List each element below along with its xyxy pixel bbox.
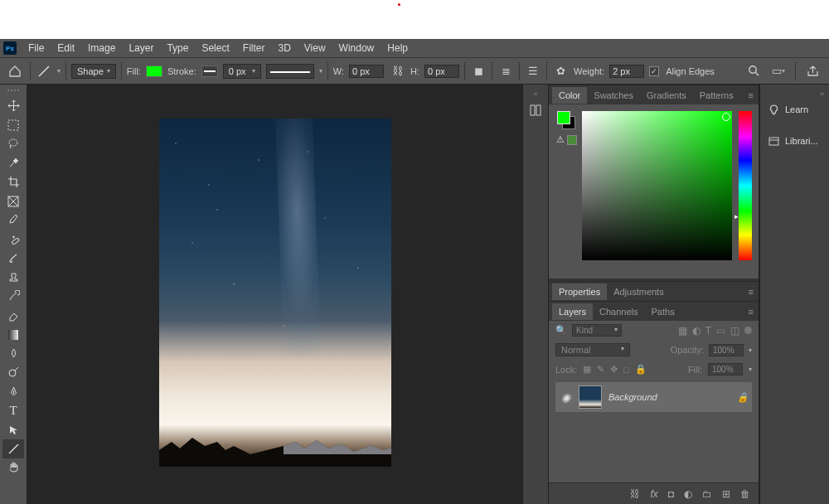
layer-fill-field[interactable]: 100% [708,363,743,376]
dock-collapse-icon[interactable]: « [533,90,537,96]
history-panel-icon[interactable] [525,99,546,121]
menu-image[interactable]: Image [81,42,122,54]
stroke-swatch[interactable] [201,65,218,77]
dodge-tool[interactable] [2,363,24,382]
hand-tool[interactable] [2,458,24,477]
gradient-tool[interactable] [2,325,24,344]
opacity-field[interactable]: 100% [709,344,744,356]
width-field[interactable]: 0 px [349,65,384,78]
document-canvas[interactable] [159,119,391,467]
panel-menu-icon[interactable]: ≡ [744,307,759,317]
tab-adjustments[interactable]: Adjustments [607,284,671,300]
path-operations-icon[interactable]: ◼ [470,63,487,80]
height-field[interactable]: 0 px [424,65,459,78]
stroke-style-chevron-icon[interactable]: ▾ [319,67,322,75]
line-tool-icon[interactable] [36,63,52,80]
layer-row-background[interactable]: ◉ Background 🔒 [555,382,752,412]
menu-view[interactable]: View [298,42,332,54]
mode-dropdown[interactable]: Shape▾ [71,64,116,79]
blur-tool[interactable] [2,344,24,363]
menu-window[interactable]: Window [332,42,381,54]
lasso-tool[interactable] [2,134,24,153]
filter-toggle[interactable] [744,327,752,334]
eyedropper-tool[interactable] [2,211,24,230]
canvas-area[interactable] [27,85,522,504]
gamut-color-swatch[interactable] [567,135,577,145]
menu-filter[interactable]: Filter [236,42,272,54]
filter-shape-icon[interactable]: ▭ [716,325,725,337]
path-arrange-icon[interactable]: ☰ [525,63,541,80]
menu-edit[interactable]: Edit [51,42,81,54]
stroke-style-dropdown[interactable] [266,64,314,79]
tab-patterns[interactable]: Patterns [693,87,740,104]
layer-thumbnail[interactable] [579,385,602,409]
type-tool[interactable]: T [2,401,24,420]
visibility-toggle-icon[interactable]: ◉ [559,391,572,404]
pen-tool[interactable] [2,382,24,401]
toolbar-grip[interactable] [3,90,23,93]
tab-properties[interactable]: Properties [552,284,607,300]
tab-channels[interactable]: Channels [593,303,644,320]
learn-panel-button[interactable]: Learn [760,98,829,121]
menu-layer[interactable]: Layer [122,42,160,54]
blend-mode-select[interactable]: Normal▾ [555,343,630,356]
move-tool[interactable] [2,96,24,115]
path-align-icon[interactable]: ≣ [497,63,514,80]
tab-paths[interactable]: Paths [645,303,681,320]
new-layer-icon[interactable]: ⊞ [722,488,730,500]
saturation-value-picker[interactable] [582,111,732,260]
link-wh-icon[interactable]: ⛓ [389,63,405,80]
gear-icon[interactable]: ✿ [552,63,569,80]
lock-icon[interactable]: 🔒 [737,392,749,403]
menu-file[interactable]: File [22,42,51,54]
filter-adjust-icon[interactable]: ◐ [692,325,701,337]
filter-smart-icon[interactable]: ◫ [730,325,739,337]
lock-pixels-icon[interactable]: ✎ [597,364,604,375]
layer-name[interactable]: Background [608,392,657,402]
weight-field[interactable]: 2 px [609,65,644,78]
filter-image-icon[interactable]: ▦ [678,325,687,337]
align-edges-checkbox[interactable]: ✓ [649,66,659,76]
tab-swatches[interactable]: Swatches [587,87,640,104]
lock-all-icon[interactable]: 🔒 [635,364,647,375]
delete-layer-icon[interactable]: 🗑 [740,488,750,500]
lock-artboard-icon[interactable]: □ [623,365,629,375]
workspace-switcher-icon[interactable]: ▭▾ [770,63,787,80]
menu-help[interactable]: Help [381,42,414,54]
link-layers-icon[interactable]: ⛓ [630,488,640,500]
mask-icon[interactable]: ◘ [668,488,674,500]
tool-preset-chevron-icon[interactable]: ▾ [57,67,61,75]
menu-select[interactable]: Select [195,42,235,54]
magic-wand-tool[interactable] [2,153,24,172]
share-icon[interactable] [804,63,821,80]
panel-menu-icon[interactable]: ≡ [744,287,759,297]
crop-tool[interactable] [2,172,24,191]
tab-color[interactable]: Color [552,87,587,104]
tab-gradients[interactable]: Gradients [640,87,693,104]
brush-tool[interactable] [2,249,24,268]
search-icon[interactable] [745,63,762,80]
tab-layers[interactable]: Layers [552,303,593,320]
menu-3d[interactable]: 3D [271,42,297,54]
home-icon[interactable] [5,61,25,81]
adjustment-layer-icon[interactable]: ◐ [684,488,692,500]
fill-swatch[interactable] [146,65,162,77]
healing-brush-tool[interactable] [2,230,24,249]
rightdock-collapse-icon[interactable]: » [760,90,829,98]
lock-position-icon[interactable]: ✥ [610,364,618,375]
fg-bg-swatches[interactable] [557,111,575,129]
foreground-swatch[interactable] [557,111,570,124]
filter-type-icon[interactable]: T [705,325,711,337]
layer-filter-kind[interactable]: Kind▾ [572,324,622,337]
history-brush-tool[interactable] [2,287,24,306]
gamut-warning-icon[interactable]: ⚠ [556,134,565,145]
path-select-tool[interactable] [2,420,24,439]
stroke-width-field[interactable]: 0 px▾ [223,64,261,79]
hue-slider[interactable]: ▸ [739,111,752,260]
libraries-panel-button[interactable]: Librari... [760,129,829,153]
marquee-tool[interactable] [2,115,24,134]
fx-icon[interactable]: fx [650,488,657,500]
panel-menu-icon[interactable]: ≡ [744,90,759,100]
lock-transparent-icon[interactable]: ▦ [583,364,591,375]
group-icon[interactable]: 🗀 [702,488,712,500]
